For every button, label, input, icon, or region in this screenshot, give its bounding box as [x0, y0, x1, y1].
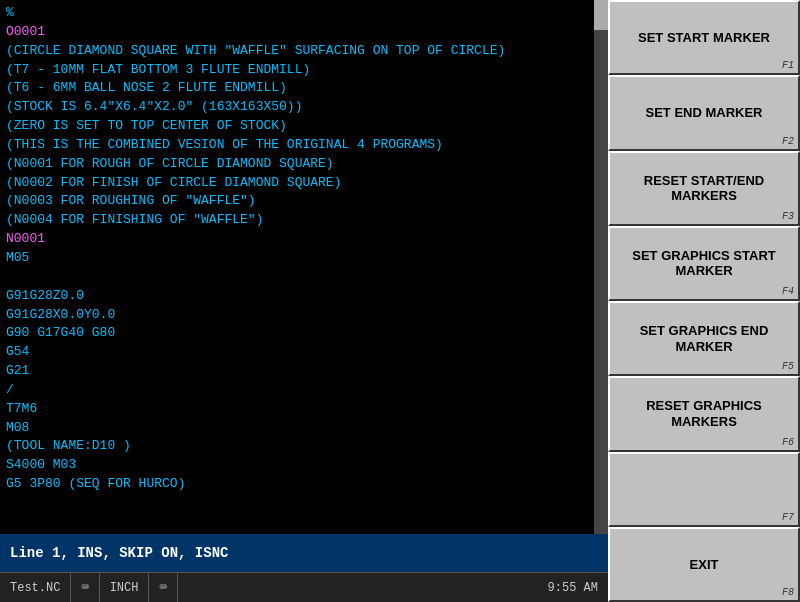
- code-line: (T7 - 10MM FLAT BOTTOM 3 FLUTE ENDMILL): [6, 61, 602, 80]
- fkey-label: F4: [782, 286, 794, 297]
- menu-button-f5[interactable]: SET GRAPHICS END MARKERF5: [608, 301, 800, 376]
- fkey-label: F8: [782, 587, 794, 598]
- code-line: G91G28Z0.0: [6, 287, 602, 306]
- menu-button-f1[interactable]: SET START MARKERF1: [608, 0, 800, 75]
- code-line: G90 G17G40 G80: [6, 324, 602, 343]
- code-line: T7M6: [6, 400, 602, 419]
- fkey-label: F2: [782, 136, 794, 147]
- menu-button-f2[interactable]: SET END MARKERF2: [608, 75, 800, 150]
- code-line: (CIRCLE DIAMOND SQUARE WITH "WAFFLE" SUR…: [6, 42, 602, 61]
- fkey-label: F6: [782, 437, 794, 448]
- menu-button-f6[interactable]: RESET GRAPHICS MARKERSF6: [608, 376, 800, 451]
- status-text: Line 1, INS, SKIP ON, ISNC: [10, 545, 228, 561]
- code-line: O0001: [6, 23, 602, 42]
- code-line: (THIS IS THE COMBINED VESION OF THE ORIG…: [6, 136, 602, 155]
- keyboard-icon-1: ⌨: [71, 573, 99, 602]
- fkey-label: F5: [782, 361, 794, 372]
- code-line: G54: [6, 343, 602, 362]
- file-name: Test.NC: [0, 573, 71, 602]
- fkey-label: F3: [782, 211, 794, 222]
- code-line: M05: [6, 249, 602, 268]
- menu-button-f8[interactable]: EXITF8: [608, 527, 800, 602]
- code-area: %O0001(CIRCLE DIAMOND SQUARE WITH "WAFFL…: [0, 0, 608, 534]
- code-line: N0001: [6, 230, 602, 249]
- menu-button-label: SET GRAPHICS START MARKER: [616, 248, 792, 279]
- right-panel: SET START MARKERF1SET END MARKERF2RESET …: [608, 0, 800, 602]
- keyboard-icon-2: ⌨: [149, 573, 177, 602]
- code-line: (ZERO IS SET TO TOP CENTER OF STOCK): [6, 117, 602, 136]
- code-line: G5 3P80 (SEQ FOR HURCO): [6, 475, 602, 494]
- scrollbar[interactable]: [594, 0, 608, 534]
- left-panel: %O0001(CIRCLE DIAMOND SQUARE WITH "WAFFL…: [0, 0, 608, 602]
- code-line: (N0001 FOR ROUGH OF CIRCLE DIAMOND SQUAR…: [6, 155, 602, 174]
- menu-button-f3[interactable]: RESET START/END MARKERSF3: [608, 151, 800, 226]
- code-line: (STOCK IS 6.4"X6.4"X2.0" (163X163X50)): [6, 98, 602, 117]
- code-line: [6, 268, 602, 287]
- code-line: M08: [6, 419, 602, 438]
- bottom-strip: Test.NC ⌨ INCH ⌨ 9:55 AM: [0, 572, 608, 602]
- menu-button-label: RESET GRAPHICS MARKERS: [616, 398, 792, 429]
- code-line: G91G28X0.0Y0.0: [6, 306, 602, 325]
- code-line: (T6 - 6MM BALL NOSE 2 FLUTE ENDMILL): [6, 79, 602, 98]
- code-line: (N0002 FOR FINISH OF CIRCLE DIAMOND SQUA…: [6, 174, 602, 193]
- main-layout: %O0001(CIRCLE DIAMOND SQUARE WITH "WAFFL…: [0, 0, 800, 602]
- code-line: /: [6, 381, 602, 400]
- menu-button-label: RESET START/END MARKERS: [616, 173, 792, 204]
- scrollbar-thumb[interactable]: [594, 0, 608, 30]
- menu-button-label: SET END MARKER: [645, 105, 762, 121]
- code-line: %: [6, 4, 602, 23]
- status-bar: Line 1, INS, SKIP ON, ISNC: [0, 534, 608, 572]
- menu-button-f4[interactable]: SET GRAPHICS START MARKERF4: [608, 226, 800, 301]
- clock: 9:55 AM: [548, 581, 608, 595]
- menu-button-label: SET START MARKER: [638, 30, 770, 46]
- menu-button-label: SET GRAPHICS END MARKER: [616, 323, 792, 354]
- code-line: (N0004 FOR FINISHING OF "WAFFLE"): [6, 211, 602, 230]
- menu-button-f7[interactable]: F7: [608, 452, 800, 527]
- fkey-label: F1: [782, 60, 794, 71]
- menu-button-label: EXIT: [690, 557, 719, 573]
- code-line: G21: [6, 362, 602, 381]
- fkey-label: F7: [782, 512, 794, 523]
- code-line: S4000 M03: [6, 456, 602, 475]
- unit-label: INCH: [100, 573, 150, 602]
- code-line: (TOOL NAME:D10 ): [6, 437, 602, 456]
- code-line: (N0003 FOR ROUGHING OF "WAFFLE"): [6, 192, 602, 211]
